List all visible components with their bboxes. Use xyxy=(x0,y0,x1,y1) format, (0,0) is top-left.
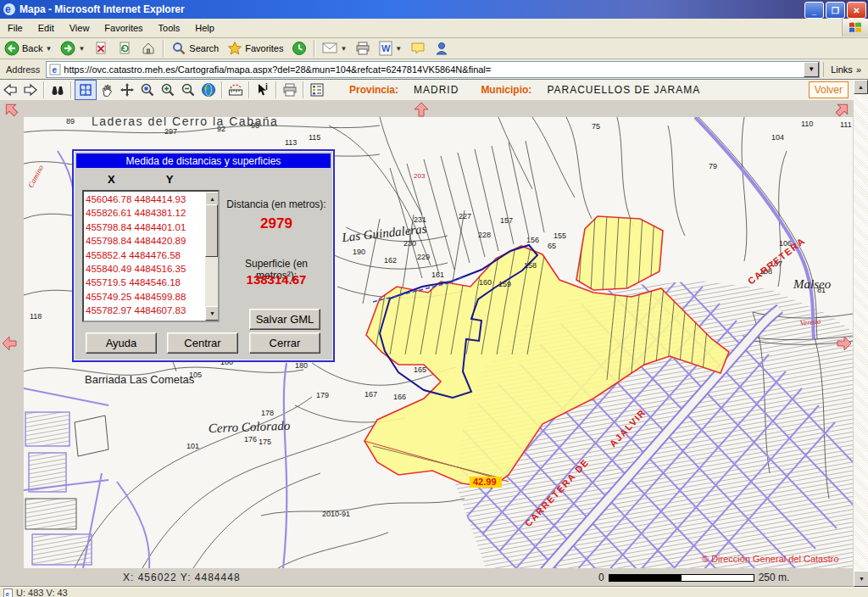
scroll-down-button[interactable]: ▼ xyxy=(205,306,220,321)
map-label: 104 xyxy=(771,133,784,142)
municipio-label: Municipio: xyxy=(481,84,531,96)
history-button[interactable] xyxy=(287,39,311,58)
svg-text:e: e xyxy=(53,65,58,75)
home-button[interactable] xyxy=(136,39,160,58)
map-label: Cerro Colorado xyxy=(209,419,292,435)
volver-button[interactable]: Volver xyxy=(809,81,849,98)
scale-segments xyxy=(609,574,754,582)
scrollbar-up-arrow[interactable]: ▲ xyxy=(854,80,868,94)
minimize-button[interactable]: _ xyxy=(804,2,824,19)
cursor-coordinates: X: 456022 Y: 4484448 xyxy=(123,572,241,583)
coordinate-row[interactable]: 455719.5 4484546.18 xyxy=(86,276,204,289)
globe-icon xyxy=(201,82,216,98)
word-icon: W xyxy=(379,41,392,56)
coordinate-row[interactable]: 455749.25 4484599.88 xyxy=(86,290,204,304)
address-dropdown[interactable]: ▼ xyxy=(804,62,819,77)
map-label: 113 xyxy=(285,138,297,147)
menu-help[interactable]: Help xyxy=(187,20,222,36)
scrollbar-bottom-arrow[interactable]: ▼ xyxy=(854,571,868,587)
svg-text:e: e xyxy=(6,590,10,597)
ayuda-button[interactable]: Ayuda xyxy=(86,332,157,354)
map-label: 180 xyxy=(295,361,308,370)
map-print-button[interactable] xyxy=(280,81,300,99)
map-label: 92 xyxy=(217,125,225,133)
links-chevron[interactable]: » xyxy=(856,64,861,75)
zoom-out-button[interactable] xyxy=(178,81,198,99)
links-bar[interactable]: Links » xyxy=(823,62,868,77)
pan-west-arrow[interactable] xyxy=(1,335,18,352)
menu-tools[interactable]: Tools xyxy=(151,20,188,36)
salvar-gml-button[interactable]: Salvar GML xyxy=(249,309,320,330)
zoom-in-icon xyxy=(160,82,175,98)
map-label: 118 xyxy=(30,312,42,321)
pan-east-arrow[interactable] xyxy=(836,335,853,352)
map-label: 155 xyxy=(554,232,566,240)
address-input[interactable]: e https://ovc.catastro.meh.es/Cartografi… xyxy=(46,61,820,78)
vertical-scrollbar[interactable]: ▲ xyxy=(854,80,868,571)
map-search-button[interactable] xyxy=(47,81,68,99)
mail-dropdown[interactable]: ▼ xyxy=(340,45,347,53)
zoom-in-button[interactable] xyxy=(158,81,178,99)
measure-button[interactable] xyxy=(225,81,246,99)
coordinate-row[interactable]: 455840.49 4484516.35 xyxy=(86,262,204,276)
back-button[interactable]: Back ▼ xyxy=(0,39,56,58)
coordinates-listbox[interactable]: 456046.78 4484414.93455826.61 4484381.12… xyxy=(82,190,220,322)
hand-icon xyxy=(99,82,114,98)
favorites-button[interactable]: Favorites xyxy=(223,39,287,58)
forward-dropdown[interactable]: ▼ xyxy=(78,45,85,53)
map-prev-button[interactable] xyxy=(0,81,20,99)
map-label: 159 xyxy=(498,280,511,288)
coordinate-row[interactable]: 455798.84 4484401.01 xyxy=(86,220,204,234)
menu-favorites[interactable]: Favorites xyxy=(97,20,150,36)
coordinate-row[interactable]: 455798.84 4484420.89 xyxy=(86,234,204,248)
map-label: Barriada Las Cometas xyxy=(85,373,195,386)
legend-button[interactable] xyxy=(307,81,327,99)
world-extent-button[interactable] xyxy=(198,81,219,99)
back-dropdown[interactable]: ▼ xyxy=(45,45,52,53)
scroll-thumb[interactable] xyxy=(205,204,218,257)
menu-file[interactable]: File xyxy=(0,20,31,36)
coordinate-row[interactable]: 455826.61 4484381.12 xyxy=(86,206,204,220)
coordinate-row[interactable]: 456046.78 4484414.93 xyxy=(86,192,204,206)
zoom-window-button[interactable] xyxy=(137,81,158,99)
edit-word-button[interactable]: W ▼ xyxy=(375,39,406,58)
windows-logo-icon xyxy=(842,19,868,36)
centrar-button[interactable]: Centrar xyxy=(167,332,238,354)
print-button[interactable] xyxy=(351,39,375,58)
back-label: Back xyxy=(22,43,42,53)
close-button[interactable]: ✕ xyxy=(847,2,866,19)
forward-button[interactable]: ▼ xyxy=(56,39,89,58)
coordinate-headers: X Y xyxy=(82,173,218,186)
move-button[interactable] xyxy=(117,81,137,99)
full-extent-button[interactable] xyxy=(75,80,97,100)
zoom-out-icon xyxy=(181,82,196,98)
mail-button[interactable]: ▼ xyxy=(318,39,351,58)
menu-edit[interactable]: Edit xyxy=(31,20,62,36)
map-label: 157 xyxy=(500,216,513,225)
scale-bar: 0 250 m. xyxy=(598,572,789,583)
legend-icon xyxy=(309,82,325,98)
listbox-scrollbar[interactable]: ▲ ▼ xyxy=(205,192,218,321)
maximize-button[interactable]: ❐ xyxy=(826,2,845,19)
coordinate-row[interactable]: 455782.97 4484607.83 xyxy=(86,304,204,317)
stop-button[interactable] xyxy=(89,39,113,58)
pan-northwest-arrow[interactable] xyxy=(0,98,23,121)
refresh-button[interactable] xyxy=(113,39,136,58)
cerrar-button[interactable]: Cerrar xyxy=(249,332,320,354)
menu-view[interactable]: View xyxy=(62,20,97,36)
dialog-title[interactable]: Medida de distancias y superficies xyxy=(76,153,331,168)
search-button[interactable]: Search xyxy=(167,39,223,58)
edit-dropdown[interactable]: ▼ xyxy=(395,45,402,53)
map-next-button[interactable] xyxy=(20,81,41,99)
home-icon xyxy=(141,41,156,56)
map-label: 110 xyxy=(801,120,813,128)
discuss-button[interactable] xyxy=(406,39,430,58)
svg-text:W: W xyxy=(381,43,391,53)
pan-north-arrow[interactable] xyxy=(413,101,430,118)
pan-button[interactable] xyxy=(97,81,117,99)
coordinate-list: 456046.78 4484414.93455826.61 4484381.12… xyxy=(86,192,204,318)
y-column-header: Y xyxy=(166,173,174,186)
messenger-button[interactable] xyxy=(430,39,453,58)
coordinate-row[interactable]: 455852.4 4484476.58 xyxy=(86,248,204,262)
identify-button[interactable]: i xyxy=(253,81,273,99)
